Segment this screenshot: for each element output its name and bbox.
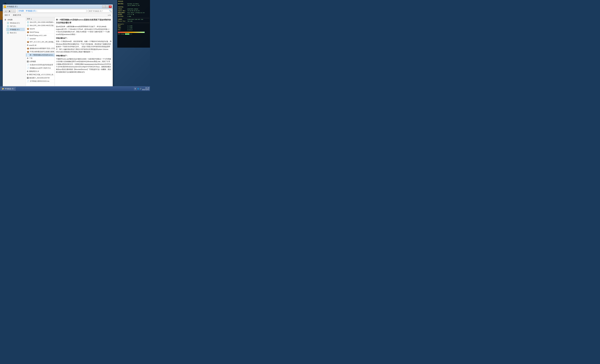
breadcrumb-computer[interactable]: 此电脑 bbox=[19, 10, 24, 12]
file-name: winshell bbox=[30, 38, 36, 40]
sysinfo-panel: 系统信息 操作系统:Windows 10 64bit (10.0.19042.1… bbox=[117, 0, 150, 48]
nav-item-x[interactable]: 💿 Boot (X:) bbox=[6, 31, 25, 34]
file-icon: ⚙ bbox=[27, 44, 28, 46]
search-icon[interactable]: 🔍 bbox=[109, 10, 112, 12]
preview-paragraph: 该uefi启动单－p驱双镜像ramos的原理和制作方法如下：本论坛dido的im… bbox=[56, 25, 112, 36]
file-icon: 📄 bbox=[27, 37, 29, 40]
preview-title: 单－P驱双镜像uefi启动的ramos直接在当前系统下该如何制作的方法详细步骤分… bbox=[56, 18, 112, 24]
preview-content: 该uefi启动单－p驱双镜像ramos的原理和制作方法如下：本论坛dido的im… bbox=[56, 25, 112, 73]
table-row[interactable]: ⚙ 搜狗拼音11.8 2022/3/30 14:... 应用程序 bbox=[26, 70, 55, 73]
table-row[interactable]: ⚙ 了然 2022/7/21 0:49 应用程序 bbox=[26, 57, 55, 60]
table-row[interactable]: 💿 Win11PE_X64-22000.466天空蓝... 2022/4/20 … bbox=[26, 24, 55, 27]
table-row[interactable]: 📦 不用注销和重启就可以刷新注册表... 2021/3/14 0:50 7z bbox=[26, 50, 55, 53]
file-icon: 💿 bbox=[27, 24, 29, 27]
new-folder-button[interactable]: 新建文件夹 bbox=[12, 14, 22, 17]
preview-section-text: 安装一个系统到vhd里，然后安装P驱。创建一个P驱的SCSI内存盘为Z盘，用Wi… bbox=[56, 40, 112, 53]
address-bar[interactable]: 此电脑 › 本地磁盘 (E:) › bbox=[18, 9, 86, 13]
systray-speaker-icon[interactable]: 🔊 bbox=[140, 88, 141, 90]
organize-button[interactable]: 组织 ▼ bbox=[4, 14, 11, 17]
table-row[interactable]: ⚙ wow32.dll 2018/9/15 15:... 应用程序扩展 bbox=[26, 44, 55, 47]
file-icon: 📦 bbox=[27, 31, 29, 33]
titlebar-buttons: — □ ✕ bbox=[102, 5, 112, 8]
nav-item-c-label: Windows (C:) bbox=[10, 22, 20, 24]
table-row[interactable]: 📦 傲梅备份命令精简版BY无忧·土豆蓝 2021/3/13 16:... 7z bbox=[26, 47, 55, 50]
view-button[interactable]: ≡ ▼ bbox=[107, 14, 112, 16]
explorer-window: 📁 本地磁盘 (E:) — □ ✕ ◀ ▶ ↑ 此电脑 › 本地磁盘 (E:) … bbox=[3, 4, 113, 89]
file-icon: ⚙ bbox=[27, 74, 28, 76]
file-name: WinFR bbox=[30, 28, 35, 30]
preview-panel: 单－P驱双镜像uefi启动的ramos直接在当前系统下该如何制作的方法详细步骤分… bbox=[55, 17, 113, 86]
file-icon: ⚙ bbox=[27, 57, 28, 59]
file-icon: ⚙ bbox=[27, 34, 28, 37]
nav-item-d[interactable]: 💿 FAT (D:) bbox=[6, 25, 25, 28]
maximize-button[interactable]: □ bbox=[105, 5, 109, 8]
minimize-button[interactable]: — bbox=[102, 5, 105, 8]
file-icon: 📦 bbox=[27, 28, 29, 30]
systray: 英 🌐 🔊 21:20 2022/10/31 bbox=[134, 87, 150, 91]
window-title: 本地磁盘 (E:) bbox=[7, 5, 102, 8]
file-icon: 📦 bbox=[27, 41, 29, 43]
nav-item-e-label: 本地磁盘 (E:) bbox=[10, 28, 20, 31]
table-row[interactable]: 🖼 全屏截图 2022/5/4 15:05 BMP 图像 bbox=[26, 60, 55, 63]
file-name: 了然 bbox=[29, 57, 32, 59]
table-row[interactable]: 📄 生成admin目录到z盘符的批处理 2021/3/9 9:30 Window… bbox=[26, 63, 55, 66]
search-box[interactable]: 🔍 bbox=[88, 9, 112, 13]
clock[interactable]: 21:20 2022/10/31 bbox=[142, 87, 150, 91]
table-row[interactable]: 📄 文学阅读大师20210101.tsv 2022/4/11 15:... TS… bbox=[26, 80, 55, 83]
drive-x-icon: 💿 bbox=[7, 32, 9, 34]
file-name: 腾讯TIM正式版_v3.3.5.22018_绿... bbox=[29, 74, 55, 76]
nav-item-c[interactable]: 💿 Windows (C:) bbox=[6, 21, 25, 25]
forward-button[interactable]: ▶ bbox=[8, 9, 11, 13]
file-name: 搜狗拼音11.8 bbox=[29, 70, 39, 73]
table-row[interactable]: 💿 Win11PE_X64-22000.466亮丽白... 2022/4/20 … bbox=[26, 21, 55, 24]
file-name: 单－P驱双镜像uefi启动的ramos... bbox=[30, 54, 54, 56]
file-name: 双镜像ramos的手工制作方法 bbox=[30, 67, 51, 69]
file-name: WinNTSetup.v4.5.1.x64 bbox=[29, 35, 47, 36]
file-name: 文学阅读大师20210101.tsv bbox=[30, 80, 49, 82]
content-area: 🖥 此电脑 💿 Windows (C:) 💿 FAT (D:) 💿 本地磁盘 (… bbox=[3, 17, 113, 86]
preview-section-title: 详细步骤1如下： bbox=[56, 37, 112, 40]
desktop: CGI 🖥 此电脑 JM JustM... O Opera 系统信息 操作系统:… bbox=[0, 0, 150, 91]
col-name[interactable]: 名称 ▲ bbox=[26, 17, 55, 20]
table-row[interactable]: 📄 双镜像ramos的手工制作方法 2022/3/27 21:... 文本文档 bbox=[26, 66, 55, 70]
taskbar-item-explorer[interactable]: 📁 本地磁盘 (E:) bbox=[0, 87, 16, 91]
file-name: 生成admin目录到z盘符的批处理 bbox=[30, 64, 53, 66]
file-icon: ⚙ bbox=[27, 70, 28, 73]
table-row[interactable]: ⚙ WinNTSetup.v4.5.1.x64 2021/3/3 14:57 应… bbox=[26, 34, 55, 37]
table-row[interactable]: 📦 WinNTSetup 2022/4/14 9:02 7z bbox=[26, 30, 55, 34]
breadcrumb-drive[interactable]: 本地磁盘 (E:) bbox=[26, 10, 36, 12]
search-input[interactable] bbox=[89, 10, 109, 12]
table-row[interactable]: 🖼 微信图片_20210301203739 2021/3/1 20:37 PNG… bbox=[26, 76, 55, 80]
file-name: 微信图片_20210301203739 bbox=[29, 77, 50, 79]
nav-item-computer[interactable]: 🖥 此电脑 bbox=[4, 18, 25, 21]
drive-d-icon: 💿 bbox=[7, 25, 9, 27]
file-name: WIT_22.2.10.0_x64_x86_标准版_... bbox=[30, 41, 55, 43]
file-icon: 📄 bbox=[27, 64, 29, 66]
drive-c-icon: 💿 bbox=[7, 22, 9, 24]
nav-item-e[interactable]: 💿 本地磁盘 (E:) bbox=[6, 28, 25, 31]
table-row[interactable]: 📄 winshell 2021/3/19 7:36 注册表项 bbox=[26, 37, 55, 40]
systray-lang[interactable]: 英 bbox=[134, 87, 137, 90]
table-row[interactable]: 📦 WIT_22.2.10.0_x64_x86_标准版_... 2022/3/2… bbox=[26, 40, 55, 44]
nav-toolbar: ◀ ▶ ↑ 此电脑 › 本地磁盘 (E:) › 🔍 bbox=[3, 9, 113, 13]
file-icon: 📦 bbox=[27, 47, 29, 50]
file-icon: 📄 bbox=[27, 80, 29, 82]
file-icon: 💿 bbox=[27, 21, 29, 23]
nav-panel: 🖥 此电脑 💿 Windows (C:) 💿 FAT (D:) 💿 本地磁盘 (… bbox=[3, 17, 26, 86]
sort-arrow: ▲ bbox=[31, 18, 32, 20]
close-button[interactable]: ✕ bbox=[109, 5, 112, 8]
back-button[interactable]: ◀ bbox=[4, 9, 7, 13]
taskbar: 📁 本地磁盘 (E:) 英 🌐 🔊 21:20 2022/10/31 bbox=[0, 86, 150, 91]
file-list: 💿 Win11PE_X64-22000.466亮丽白... 2022/4/20 … bbox=[26, 21, 55, 83]
file-icon: 📄 bbox=[27, 67, 29, 69]
up-button[interactable]: ↑ bbox=[12, 9, 16, 13]
taskbar-item-icon: 📁 bbox=[2, 88, 4, 90]
file-icon: 🖼 bbox=[27, 77, 29, 79]
breadcrumb-sep2: › bbox=[37, 10, 37, 12]
files-area: 名称 ▲ 修改日期 类型 💿 Win11PE_X64-22000.466亮丽白.… bbox=[26, 17, 55, 86]
file-name: 全屏截图 bbox=[29, 60, 36, 63]
table-row[interactable]: 📦 WinFR 2022/4/25 11:... 7z bbox=[26, 27, 55, 30]
table-row[interactable]: 📄 单－P驱双镜像uefi启动的ramos... 2022/3/27 22:..… bbox=[26, 53, 55, 57]
nav-item-computer-label: 此电脑 bbox=[8, 19, 12, 21]
table-row[interactable]: ⚙ 腾讯TIM正式版_v3.3.5.22018_绿... 2021/3/6 19… bbox=[26, 73, 55, 76]
